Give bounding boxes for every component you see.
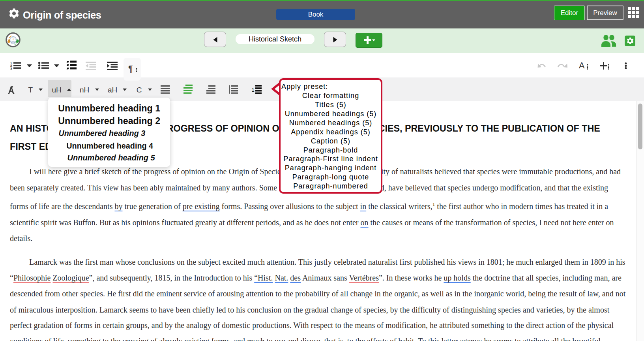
svg-text:3: 3	[10, 67, 12, 70]
